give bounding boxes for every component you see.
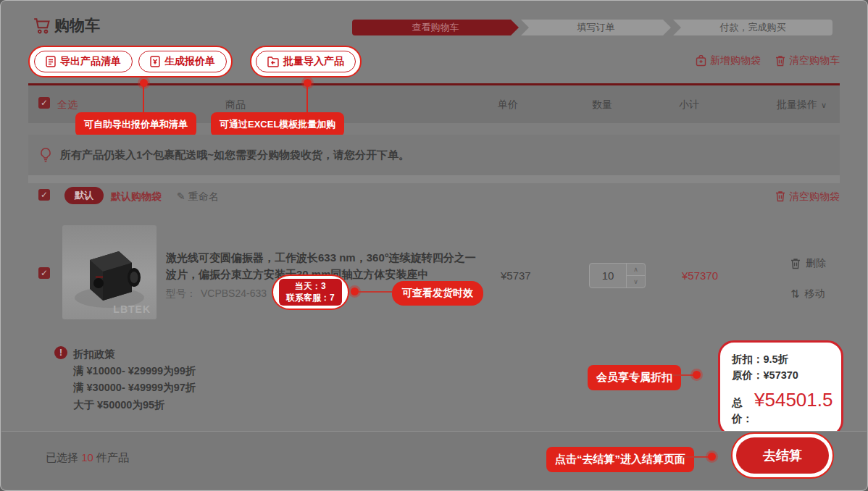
notice-text: 所有产品仍装入1个包裹配送哦~如您需要分购物袋收货，请您分开下单。 <box>60 148 409 162</box>
quote-document-icon <box>150 56 160 67</box>
policy-title: 折扣政策 <box>73 346 196 363</box>
annotation-dot <box>351 288 359 295</box>
pencil-icon: ✎ <box>177 190 185 203</box>
step-pay-complete: 付款，完成购买 <box>673 20 832 35</box>
delete-item-link[interactable]: 删除 <box>790 257 826 270</box>
shipping-notice: 所有产品仍装入1个包裹配送哦~如您需要分购物袋收货，请您分开下单。 <box>28 135 840 175</box>
selected-count: 10 <box>81 451 93 463</box>
checkout-tip-callout: 点击“去结算”进入结算页面 <box>546 447 694 472</box>
default-badge: 默认 <box>64 187 104 204</box>
original-label: 原价： <box>732 369 764 381</box>
selected-prefix: 已选择 <box>46 451 78 463</box>
policy-line: 大于 ¥50000为95折 <box>73 397 196 414</box>
annotation-line <box>359 291 392 293</box>
rename-bag-link[interactable]: ✎ 重命名 <box>177 190 219 203</box>
clear-bag-link[interactable]: 清空购物袋 <box>775 190 840 203</box>
shipping-tip-callout: 可查看发货时效 <box>392 281 483 306</box>
discount-policy: 折扣政策 满 ¥10000- ¥29999为99折 满 ¥30000- ¥499… <box>73 346 196 414</box>
stock-badge: 当天：3 联系客服：7 <box>279 279 342 306</box>
model-label: 型号： <box>166 288 196 301</box>
product-image[interactable]: LBTEK <box>62 225 157 319</box>
step-view-cart: 查看购物车 <box>352 20 519 35</box>
annotation-dot <box>693 371 701 379</box>
bag-name: 默认购物袋 <box>111 190 162 203</box>
member-tip-callout: 会员享专属折扣 <box>588 365 681 390</box>
select-all-checkbox[interactable]: ✓ <box>38 97 50 109</box>
lightbulb-icon <box>38 147 53 163</box>
generate-quote-button[interactable]: 生成报价单 <box>138 51 227 72</box>
trash-icon <box>775 55 785 67</box>
stock-today: 当天：3 <box>286 281 335 293</box>
cart-icon <box>33 17 51 38</box>
link-label: 新增购物袋 <box>710 54 761 67</box>
stock-contact: 联系客服：7 <box>286 293 335 304</box>
stepper-buttons: ∧ ∨ <box>626 264 645 288</box>
total-label: 总价： <box>732 395 753 427</box>
annotation-dot <box>708 453 716 461</box>
clear-cart-link[interactable]: 清空购物车 <box>775 54 840 67</box>
total-value: ¥54501.5 <box>754 385 832 414</box>
section-separator <box>28 175 840 183</box>
annotation-line <box>143 85 144 113</box>
quantity-increase-button[interactable]: ∧ <box>627 264 645 276</box>
link-label: 清空购物车 <box>789 54 840 67</box>
cart-actions: 新增购物袋 清空购物车 <box>696 54 840 67</box>
model-value: VCPBS24-633 <box>201 288 267 301</box>
batch-operations-dropdown[interactable]: 批量操作 ∨ <box>777 98 827 112</box>
stock-badge-highlight-ring: 当天：3 联系客服：7 <box>272 274 349 310</box>
bag-checkbox[interactable]: ✓ <box>38 189 50 201</box>
batch-import-button[interactable]: 批量导入产品 <box>256 51 356 72</box>
move-item-link[interactable]: ⇅ 移动 <box>790 288 825 301</box>
price-summary-box: 折扣：9.5折 原价：¥57370 总价： ¥54501.5 <box>718 340 843 437</box>
column-unit-price: 单价 <box>498 98 518 112</box>
step-fill-order: 填写订单 <box>521 20 671 35</box>
excel-tip-callout: 可通过EXCEL模板批量加购 <box>211 112 344 137</box>
policy-line: 满 ¥30000- ¥49999为97折 <box>73 379 196 396</box>
select-all-label: 全选 <box>57 98 78 112</box>
original-value: ¥57370 <box>764 369 798 381</box>
export-product-list-button[interactable]: 导出产品清单 <box>34 51 133 72</box>
brand-watermark: LBTEK <box>113 303 151 315</box>
link-label: 清空购物袋 <box>789 190 840 203</box>
checkout-button[interactable]: 去结算 <box>736 437 829 474</box>
document-icon <box>46 56 56 67</box>
product-model: 型号： VCPBS24-633 <box>166 288 267 301</box>
subtotal-price: ¥57370 <box>682 269 718 282</box>
selected-count-text: 已选择 10 件产品 <box>46 451 129 465</box>
total-price-line: 总价： ¥54501.5 <box>732 385 830 427</box>
step-label: 填写订单 <box>577 21 615 34</box>
link-label: 移动 <box>805 288 825 301</box>
link-label: 重命名 <box>188 190 219 203</box>
quantity-decrease-button[interactable]: ∨ <box>627 276 645 288</box>
page-title: 购物车 <box>54 15 100 35</box>
selected-suffix: 件产品 <box>96 451 129 463</box>
exclamation-icon: ! <box>54 346 67 359</box>
step-label: 付款，完成购买 <box>720 21 786 34</box>
export-buttons-highlight-ring: 导出产品清单 生成报价单 <box>28 46 233 77</box>
quantity-input[interactable] <box>590 264 626 288</box>
policy-line: 满 ¥10000- ¥29999为99折 <box>73 363 196 379</box>
unit-price: ¥5737 <box>501 269 531 282</box>
product-checkbox[interactable]: ✓ <box>38 267 50 279</box>
checkout-highlight-ring: 去结算 <box>731 432 834 479</box>
dropdown-label: 批量操作 <box>777 98 817 112</box>
export-tip-callout: 可自助导出报价单和清单 <box>75 112 196 137</box>
discount-rate-line: 折扣：9.5折 <box>732 351 830 367</box>
button-label: 批量导入产品 <box>283 55 344 68</box>
import-folder-icon <box>267 56 279 67</box>
import-button-highlight-ring: 批量导入产品 <box>250 46 362 77</box>
column-product: 商品 <box>225 98 246 112</box>
trash-icon <box>775 190 785 202</box>
button-label: 导出产品清单 <box>60 55 121 68</box>
add-bag-link[interactable]: 新增购物袋 <box>696 54 761 67</box>
chevron-down-icon: ∨ <box>821 101 827 110</box>
original-price-line: 原价：¥57370 <box>732 367 830 383</box>
link-label: 删除 <box>806 257 826 270</box>
move-arrows-icon: ⇅ <box>790 288 800 301</box>
step-label: 查看购物车 <box>412 21 459 34</box>
annotation-line <box>683 456 709 458</box>
column-subtotal: 小计 <box>679 98 699 112</box>
annotation-line <box>306 85 308 113</box>
column-quantity: 数量 <box>592 98 612 112</box>
button-label: 生成报价单 <box>164 55 215 68</box>
